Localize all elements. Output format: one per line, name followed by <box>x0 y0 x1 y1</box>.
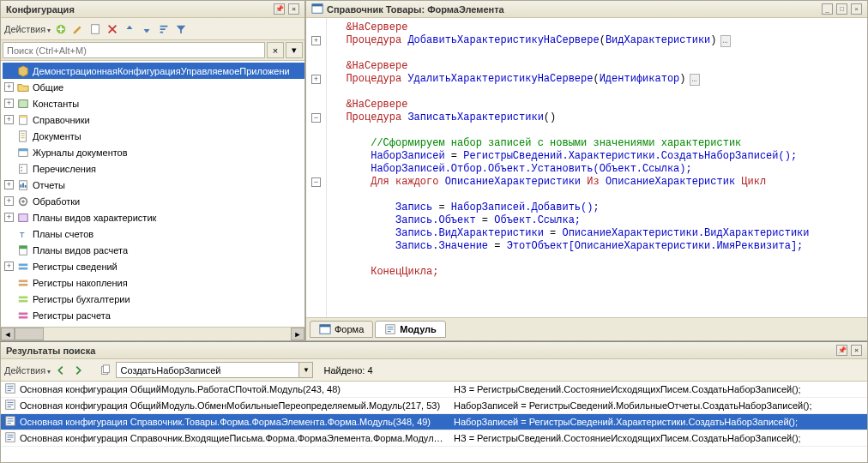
svg-rect-22 <box>19 296 28 298</box>
expander-icon[interactable]: + <box>4 115 14 124</box>
tree-item-label: Планы счетов <box>33 229 93 239</box>
expander-icon <box>4 164 14 173</box>
result-path: Основная конфигурация ОбщийМодуль.Работа… <box>20 384 341 394</box>
module-icon <box>4 382 16 396</box>
expander-icon[interactable]: + <box>4 99 14 108</box>
ref-icon <box>16 113 30 127</box>
tab-module-label: Модуль <box>400 324 437 334</box>
expander-icon[interactable]: + <box>4 213 14 222</box>
sheet-icon[interactable] <box>88 22 102 36</box>
svg-rect-25 <box>19 316 28 318</box>
search-input[interactable] <box>3 42 265 58</box>
tree-item[interactable]: ДемонстрационнаяКонфигурацияУправляемоеП… <box>3 63 304 79</box>
tree-item-label: Планы видов характеристик <box>33 213 156 223</box>
tree-item[interactable]: Перечисления <box>3 160 304 177</box>
fold-icon[interactable]: + <box>311 75 321 84</box>
svg-rect-24 <box>19 312 28 315</box>
result-row[interactable]: Основная конфигурация ОбщийМодуль.Работа… <box>1 382 867 398</box>
tree-item[interactable]: Планы видов расчета <box>3 242 304 258</box>
fold-icon[interactable]: − <box>311 113 321 123</box>
result-path: Основная конфигурация Справочник.Товары.… <box>20 417 431 427</box>
delete-icon[interactable] <box>105 22 119 36</box>
fold-icon[interactable]: − <box>311 177 321 187</box>
close-icon[interactable]: × <box>851 345 862 356</box>
maximize-icon[interactable]: □ <box>836 3 847 15</box>
sort-icon[interactable] <box>157 22 171 36</box>
results-list[interactable]: Основная конфигурация ОбщийМодуль.Работа… <box>1 382 867 462</box>
tree-item[interactable]: Регистры расчета <box>3 307 304 323</box>
editor-close-icon[interactable]: × <box>851 3 862 15</box>
tree-item-label: Регистры сведений <box>33 262 118 272</box>
combo-dropdown-icon[interactable]: ▼ <box>298 363 312 377</box>
expander-icon <box>4 278 14 287</box>
expander-icon <box>4 131 14 141</box>
search-term-combo[interactable]: ▼ <box>116 362 313 378</box>
results-actions-menu[interactable]: Действия <box>4 365 51 376</box>
tree-item[interactable]: Регистры бухгалтерии <box>3 291 304 307</box>
expander-icon <box>4 310 14 320</box>
svg-point-10 <box>21 169 22 171</box>
tree-item[interactable]: Журналы документов <box>3 144 304 160</box>
cube-icon <box>16 64 30 78</box>
tab-form[interactable]: Форма <box>310 321 373 338</box>
scroll-left-icon[interactable]: ◄ <box>1 328 15 340</box>
svg-rect-20 <box>19 280 28 282</box>
expander-icon <box>4 294 14 304</box>
tab-module[interactable]: Модуль <box>375 321 446 338</box>
copy-icon[interactable] <box>99 364 112 377</box>
expander-icon[interactable]: + <box>4 82 14 92</box>
svg-rect-4 <box>20 115 27 117</box>
tree-item[interactable]: Документы <box>3 128 304 144</box>
expander-icon[interactable]: + <box>4 180 14 189</box>
svg-rect-34 <box>104 364 110 372</box>
tree-item[interactable]: +Обработки <box>3 193 304 209</box>
ellipsis-icon[interactable]: … <box>720 35 731 47</box>
prev-result-icon[interactable] <box>54 364 68 377</box>
scroll-right-icon[interactable]: ► <box>291 328 304 340</box>
expander-icon[interactable]: + <box>4 196 14 206</box>
tree-item[interactable]: +Регистры сведений <box>3 258 304 274</box>
down-arrow-icon[interactable] <box>140 22 154 36</box>
filter-icon[interactable] <box>174 22 188 36</box>
actions-menu[interactable]: Действия <box>4 24 51 34</box>
tree-item[interactable]: +Константы <box>3 95 304 111</box>
search-clear-button[interactable]: × <box>267 42 284 58</box>
editor-header: Справочник Товары: ФормаЭлемента _ □ × <box>306 1 867 18</box>
tree-item-label: Регистры накопления <box>33 278 128 288</box>
up-arrow-icon[interactable] <box>123 22 136 36</box>
add-icon[interactable] <box>54 22 68 36</box>
results-title: Результаты поиска <box>6 346 95 356</box>
result-row[interactable]: Основная конфигурация ОбщийМодуль.ОбменМ… <box>1 398 867 414</box>
tree-item[interactable]: TПланы счетов <box>3 225 304 242</box>
code-area[interactable]: + + − − &НаСервере Процедура ДобавитьХар… <box>306 18 867 318</box>
folder-icon <box>16 81 30 94</box>
minimize-icon[interactable]: _ <box>822 3 833 15</box>
search-go-button[interactable]: ▾ <box>286 42 303 58</box>
close-icon[interactable]: × <box>288 3 299 15</box>
h-scrollbar[interactable]: ◄ ► <box>1 327 304 340</box>
config-tree[interactable]: ДемонстрационнаяКонфигурацияУправляемоеП… <box>1 61 304 327</box>
result-path: Основная конфигурация Справочник.Входящи… <box>20 433 443 443</box>
result-row[interactable]: Основная конфигурация Справочник.Товары.… <box>1 414 867 430</box>
next-result-icon[interactable] <box>71 364 85 377</box>
edit-icon[interactable] <box>71 22 85 36</box>
tree-item[interactable]: +Отчеты <box>3 177 304 193</box>
expander-icon[interactable]: + <box>4 262 14 271</box>
scroll-thumb[interactable] <box>15 328 44 340</box>
search-term-input[interactable] <box>117 363 298 377</box>
tree-item[interactable]: +Общие <box>3 79 304 95</box>
result-row[interactable]: Основная конфигурация Справочник.Входящи… <box>1 430 867 447</box>
tree-item[interactable]: +Планы видов характеристик <box>3 209 304 225</box>
fold-icon[interactable]: + <box>311 36 321 45</box>
tree-item[interactable]: Регистры накопления <box>3 274 304 291</box>
pin-icon[interactable]: 📌 <box>836 345 847 356</box>
tree-item-label: Журналы документов <box>33 147 128 158</box>
result-snippet: НЗ = РегистрыСведений.СостояниеИсходящих… <box>447 433 867 443</box>
svg-rect-17 <box>20 245 27 249</box>
regcalc-icon <box>16 309 30 322</box>
tab-form-label: Форма <box>335 324 364 334</box>
pin-icon[interactable]: 📌 <box>274 3 285 15</box>
ellipsis-icon[interactable]: … <box>690 74 700 86</box>
tree-item[interactable]: +Справочники <box>3 111 304 128</box>
tree-item-label: Регистры бухгалтерии <box>33 294 130 304</box>
